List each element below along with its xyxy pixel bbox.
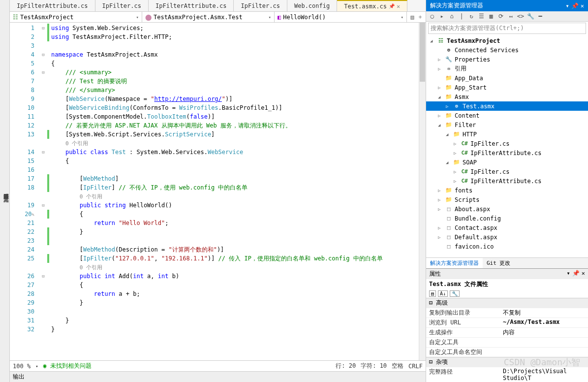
tree-item[interactable]: ◢📁Filter <box>426 120 588 129</box>
solution-explorer-title[interactable]: 解决方案资源管理器 ▾📌✕ <box>426 0 588 11</box>
code-editor[interactable]: 1234567891011121314151617181920✎21222324… <box>10 23 426 360</box>
crumb-class[interactable]: ⬤TestAsmxProject.Asmx.Test▾ <box>142 12 275 22</box>
more-icon[interactable]: ━ <box>536 12 544 20</box>
tree-item[interactable]: ◢☷TestAsmxProject <box>426 36 588 45</box>
tree-item[interactable]: ◢📁Asmx <box>426 92 588 101</box>
prop-value[interactable] <box>500 348 588 357</box>
expand-icon[interactable]: ▷ <box>438 225 443 230</box>
crumb-method[interactable]: ◧HelloWorld()▾ <box>275 12 407 22</box>
chevron-down-icon[interactable]: ▾ <box>35 364 38 369</box>
line-ending[interactable]: CRLF <box>408 363 423 370</box>
editor-tab[interactable]: IpFilterAttribute.cs <box>149 0 234 11</box>
fwd-icon[interactable]: ▸ <box>438 12 446 20</box>
tree-item[interactable]: ⬚Bundle.config <box>426 214 588 223</box>
show-all-icon[interactable]: ▦ <box>487 12 495 20</box>
editor-tab[interactable]: IpFilter.cs <box>234 0 287 11</box>
expand-icon[interactable]: ▷ <box>454 179 459 184</box>
tree-item[interactable]: ▷⊕Test.asmx <box>426 101 588 111</box>
left-tool-sidebar[interactable]: 服务器资源管理器 工具箱 <box>0 0 10 382</box>
alpha-icon[interactable]: A↓ <box>438 290 448 297</box>
expand-icon[interactable]: ▷ <box>438 57 443 62</box>
pin-icon[interactable]: 📌 <box>389 3 395 9</box>
prop-value[interactable] <box>500 338 588 347</box>
scrollbar-thumb[interactable] <box>420 23 425 82</box>
expand-icon[interactable]: ▷ <box>438 197 443 202</box>
pin-icon[interactable]: 📌 <box>572 270 580 278</box>
tree-item[interactable]: ▷⬚Default.aspx <box>426 232 588 242</box>
prop-value[interactable]: 不复制 <box>500 308 588 318</box>
expand-icon[interactable]: ▷ <box>454 169 459 174</box>
collapse-icon[interactable]: ↤ <box>507 12 515 20</box>
tree-item[interactable]: ▷C#IpFilterAttribute.cs <box>426 176 588 186</box>
tree-item[interactable]: ▷📁App_Start <box>426 83 588 92</box>
tree-item[interactable]: ⊕Connected Services <box>426 45 588 55</box>
expand-icon[interactable]: ▷ <box>438 188 443 193</box>
prop-row[interactable]: 复制到输出目录不复制 <box>426 308 588 318</box>
expand-icon[interactable]: ▷ <box>438 113 443 118</box>
tree-item[interactable]: ▷⬚Contact.aspx <box>426 223 588 232</box>
tree-item[interactable]: ◢📁SOAP <box>426 158 588 167</box>
expand-icon[interactable]: ▷ <box>438 66 443 71</box>
refresh-icon[interactable]: ⟳ <box>497 12 505 20</box>
expand-icon[interactable]: ▷ <box>454 141 459 146</box>
sync-icon[interactable]: ↻ <box>467 12 475 20</box>
close-icon[interactable]: ✕ <box>581 2 584 9</box>
issues-status[interactable]: ◉ 未找到相关问题 <box>43 362 92 370</box>
crumb-project[interactable]: ☷TestAsmxProject▾ <box>10 12 142 22</box>
close-icon[interactable]: ✕ <box>582 270 585 278</box>
tree-item[interactable]: ⬚favicon.ico <box>426 242 588 251</box>
expand-icon[interactable]: ▷ <box>438 207 443 212</box>
prop-value[interactable]: D:\Projects\Visual Studio\T <box>500 367 588 382</box>
expand-icon[interactable]: ▷ <box>438 235 443 240</box>
tree-item[interactable]: 📁App_Data <box>426 73 588 83</box>
prop-row[interactable]: 生成操作内容 <box>426 327 588 337</box>
editor-tab[interactable]: IpFilterAttribute.cs <box>10 0 95 11</box>
prop-group-header[interactable]: ⊟ 高级 <box>426 298 588 308</box>
prop-icon[interactable]: 🔧 <box>526 12 534 20</box>
pin-icon[interactable]: 📌 <box>571 2 579 9</box>
prop-row[interactable]: 自定义工具命名空间 <box>426 347 588 357</box>
home-icon[interactable]: ⌂ <box>448 12 456 20</box>
tree-item[interactable]: ◢📁HTTP <box>426 129 588 139</box>
close-icon[interactable]: ✕ <box>397 3 400 10</box>
prop-row[interactable]: 完整路径D:\Projects\Visual Studio\T <box>426 367 588 382</box>
tree-item[interactable]: ▷C#IpFilter.cs <box>426 139 588 148</box>
expand-icon[interactable]: ◢ <box>438 123 443 127</box>
prop-row[interactable]: 自定义工具 <box>426 337 588 347</box>
expand-icon[interactable]: ▷ <box>446 104 451 109</box>
editor-tab[interactable]: Test.asmx.cs📌✕ <box>337 0 407 11</box>
categorized-icon[interactable]: ▤ <box>429 290 436 297</box>
prop-value[interactable]: 内容 <box>500 328 588 337</box>
tree-item[interactable]: ▷▫引用 <box>426 64 588 73</box>
tree-item[interactable]: ▷📁fonts <box>426 186 588 195</box>
expand-icon[interactable]: ◢ <box>446 160 451 165</box>
solution-tree[interactable]: ◢☷TestAsmxProject⊕Connected Services▷🔧Pr… <box>426 35 588 257</box>
prop-row[interactable]: 浏览到 URL~/Asmx/Test.asmx <box>426 318 588 327</box>
expand-icon[interactable]: ◢ <box>446 132 451 137</box>
panel-tab[interactable]: 解决方案资源管理器 <box>426 258 483 268</box>
panel-tab[interactable]: Git 更改 <box>483 258 515 268</box>
fold-gutter[interactable]: ⊟⊟⊟⊟⊟⊟ <box>39 23 47 360</box>
expand-icon[interactable]: ▷ <box>438 85 443 90</box>
tree-item[interactable]: ▷📁Content <box>426 111 588 120</box>
wrench-icon[interactable]: 🔧 <box>450 290 460 297</box>
tree-item[interactable]: ▷⬚About.aspx <box>426 204 588 214</box>
prop-value[interactable]: ~/Asmx/Test.asmx <box>500 318 588 327</box>
prop-group-header[interactable]: ⊟ 杂项 <box>426 357 588 367</box>
view-icon[interactable]: ☰ <box>477 12 485 20</box>
editor-tab[interactable]: Web.config <box>287 0 337 11</box>
editor-tab[interactable]: IpFilter.cs <box>95 0 149 11</box>
back-icon[interactable]: ◯ <box>428 12 436 20</box>
tree-item[interactable]: ▷📁Scripts <box>426 195 588 204</box>
tree-item[interactable]: ▷C#IpFilter.cs <box>426 167 588 176</box>
properties-title-bar[interactable]: 属性 ▾📌✕ <box>426 269 588 279</box>
code-text[interactable]: using System.Web.Services;using TestAsmx… <box>49 23 419 360</box>
split-icon[interactable]: ▤ <box>409 14 416 21</box>
code-icon[interactable]: <> <box>517 12 525 20</box>
dropdown-icon[interactable]: ▾ <box>566 2 569 9</box>
vertical-scrollbar[interactable] <box>419 23 426 360</box>
indent-mode[interactable]: 空格 <box>392 362 403 370</box>
tree-item[interactable]: ▷C#IpFilterAttribute.cs <box>426 148 588 158</box>
properties-grid[interactable]: ⊟ 高级复制到输出目录不复制浏览到 URL~/Asmx/Test.asmx生成操… <box>426 298 588 382</box>
dropdown-icon[interactable]: ▾ <box>567 270 570 278</box>
